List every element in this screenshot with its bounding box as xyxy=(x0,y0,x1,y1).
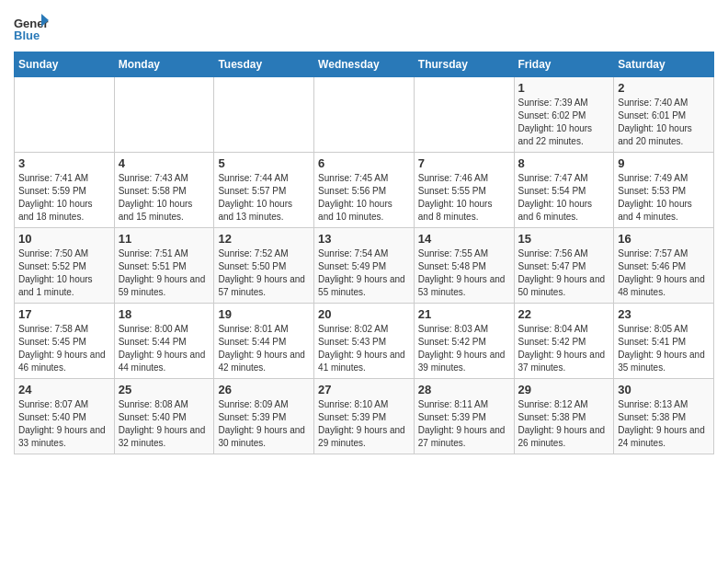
calendar-cell xyxy=(15,77,115,153)
day-number: 13 xyxy=(318,232,410,246)
day-number: 7 xyxy=(418,156,510,170)
day-info: Sunrise: 8:07 AM Sunset: 5:40 PM Dayligh… xyxy=(18,398,110,450)
day-info: Sunrise: 7:40 AM Sunset: 6:01 PM Dayligh… xyxy=(618,97,710,148)
calendar-cell: 15Sunrise: 7:56 AM Sunset: 5:47 PM Dayli… xyxy=(514,228,614,304)
calendar-cell: 30Sunrise: 8:13 AM Sunset: 5:38 PM Dayli… xyxy=(614,379,714,454)
weekday-header: Sunday xyxy=(15,52,115,77)
calendar-cell: 23Sunrise: 8:05 AM Sunset: 5:41 PM Dayli… xyxy=(614,304,714,379)
calendar-week-row: 3Sunrise: 7:41 AM Sunset: 5:59 PM Daylig… xyxy=(15,153,714,228)
weekday-header: Thursday xyxy=(414,52,514,77)
calendar-cell: 5Sunrise: 7:44 AM Sunset: 5:57 PM Daylig… xyxy=(214,153,314,228)
day-number: 2 xyxy=(618,81,710,95)
weekday-header-row: SundayMondayTuesdayWednesdayThursdayFrid… xyxy=(15,52,714,77)
day-info: Sunrise: 7:43 AM Sunset: 5:58 PM Dayligh… xyxy=(119,172,210,224)
day-info: Sunrise: 7:51 AM Sunset: 5:51 PM Dayligh… xyxy=(119,247,210,299)
day-info: Sunrise: 7:39 AM Sunset: 6:02 PM Dayligh… xyxy=(518,97,610,148)
day-number: 16 xyxy=(618,232,710,246)
header: General Blue xyxy=(14,9,714,44)
day-number: 24 xyxy=(18,383,110,396)
calendar-cell: 11Sunrise: 7:51 AM Sunset: 5:51 PM Dayli… xyxy=(114,228,214,304)
day-info: Sunrise: 7:56 AM Sunset: 5:47 PM Dayligh… xyxy=(518,247,610,299)
day-number: 3 xyxy=(18,156,110,170)
weekday-header: Tuesday xyxy=(214,52,314,77)
day-info: Sunrise: 7:45 AM Sunset: 5:56 PM Dayligh… xyxy=(318,172,410,224)
calendar-cell: 22Sunrise: 8:04 AM Sunset: 5:42 PM Dayli… xyxy=(514,304,614,379)
calendar-cell: 25Sunrise: 8:08 AM Sunset: 5:40 PM Dayli… xyxy=(114,379,214,454)
calendar-week-row: 24Sunrise: 8:07 AM Sunset: 5:40 PM Dayli… xyxy=(15,379,714,454)
calendar-cell: 17Sunrise: 7:58 AM Sunset: 5:45 PM Dayli… xyxy=(15,304,115,379)
day-number: 29 xyxy=(518,383,610,396)
calendar-cell: 4Sunrise: 7:43 AM Sunset: 5:58 PM Daylig… xyxy=(114,153,214,228)
day-info: Sunrise: 8:02 AM Sunset: 5:43 PM Dayligh… xyxy=(318,323,410,374)
day-number: 8 xyxy=(518,156,610,170)
calendar-cell: 26Sunrise: 8:09 AM Sunset: 5:39 PM Dayli… xyxy=(214,379,314,454)
calendar-cell: 21Sunrise: 8:03 AM Sunset: 5:42 PM Dayli… xyxy=(414,304,514,379)
day-number: 18 xyxy=(119,307,210,321)
day-number: 14 xyxy=(418,232,510,246)
calendar-table: SundayMondayTuesdayWednesdayThursdayFrid… xyxy=(14,52,714,454)
day-number: 15 xyxy=(518,232,610,246)
calendar-cell xyxy=(114,77,214,153)
day-number: 23 xyxy=(618,307,710,321)
day-number: 12 xyxy=(218,232,310,246)
weekday-header: Saturday xyxy=(614,52,714,77)
day-info: Sunrise: 8:12 AM Sunset: 5:38 PM Dayligh… xyxy=(518,398,610,450)
day-info: Sunrise: 7:55 AM Sunset: 5:48 PM Dayligh… xyxy=(418,247,510,299)
calendar-cell xyxy=(314,77,415,153)
calendar-week-row: 17Sunrise: 7:58 AM Sunset: 5:45 PM Dayli… xyxy=(15,304,714,379)
day-info: Sunrise: 7:47 AM Sunset: 5:54 PM Dayligh… xyxy=(518,172,610,224)
calendar-cell: 10Sunrise: 7:50 AM Sunset: 5:52 PM Dayli… xyxy=(15,228,115,304)
calendar-week-row: 10Sunrise: 7:50 AM Sunset: 5:52 PM Dayli… xyxy=(15,228,714,304)
weekday-header: Monday xyxy=(114,52,214,77)
day-number: 22 xyxy=(518,307,610,321)
day-number: 19 xyxy=(218,307,310,321)
calendar-cell: 19Sunrise: 8:01 AM Sunset: 5:44 PM Dayli… xyxy=(214,304,314,379)
calendar-cell: 27Sunrise: 8:10 AM Sunset: 5:39 PM Dayli… xyxy=(314,379,415,454)
calendar-cell: 20Sunrise: 8:02 AM Sunset: 5:43 PM Dayli… xyxy=(314,304,415,379)
day-info: Sunrise: 7:41 AM Sunset: 5:59 PM Dayligh… xyxy=(18,172,110,224)
day-info: Sunrise: 8:10 AM Sunset: 5:39 PM Dayligh… xyxy=(318,398,410,450)
calendar-cell: 14Sunrise: 7:55 AM Sunset: 5:48 PM Dayli… xyxy=(414,228,514,304)
day-info: Sunrise: 8:11 AM Sunset: 5:39 PM Dayligh… xyxy=(418,398,510,450)
calendar-cell: 8Sunrise: 7:47 AM Sunset: 5:54 PM Daylig… xyxy=(514,153,614,228)
calendar-cell: 18Sunrise: 8:00 AM Sunset: 5:44 PM Dayli… xyxy=(114,304,214,379)
weekday-header: Wednesday xyxy=(314,52,415,77)
day-number: 25 xyxy=(119,383,210,396)
day-info: Sunrise: 8:09 AM Sunset: 5:39 PM Dayligh… xyxy=(218,398,310,450)
day-number: 26 xyxy=(218,383,310,396)
page: General Blue SundayMondayTuesdayWednesda… xyxy=(0,0,728,464)
day-number: 20 xyxy=(318,307,410,321)
day-info: Sunrise: 8:00 AM Sunset: 5:44 PM Dayligh… xyxy=(119,323,210,374)
day-info: Sunrise: 7:57 AM Sunset: 5:46 PM Dayligh… xyxy=(618,247,710,299)
calendar-cell: 3Sunrise: 7:41 AM Sunset: 5:59 PM Daylig… xyxy=(15,153,115,228)
calendar-cell: 6Sunrise: 7:45 AM Sunset: 5:56 PM Daylig… xyxy=(314,153,415,228)
day-info: Sunrise: 8:05 AM Sunset: 5:41 PM Dayligh… xyxy=(618,323,710,374)
day-info: Sunrise: 8:13 AM Sunset: 5:38 PM Dayligh… xyxy=(618,398,710,450)
svg-text:Blue: Blue xyxy=(14,29,40,42)
calendar-cell: 28Sunrise: 8:11 AM Sunset: 5:39 PM Dayli… xyxy=(414,379,514,454)
day-info: Sunrise: 7:46 AM Sunset: 5:55 PM Dayligh… xyxy=(418,172,510,224)
logo: General Blue xyxy=(14,9,51,44)
calendar-cell: 1Sunrise: 7:39 AM Sunset: 6:02 PM Daylig… xyxy=(514,77,614,153)
calendar-cell: 13Sunrise: 7:54 AM Sunset: 5:49 PM Dayli… xyxy=(314,228,415,304)
weekday-header: Friday xyxy=(514,52,614,77)
day-number: 5 xyxy=(218,156,310,170)
calendar-week-row: 1Sunrise: 7:39 AM Sunset: 6:02 PM Daylig… xyxy=(15,77,714,153)
day-number: 30 xyxy=(618,383,710,396)
day-number: 21 xyxy=(418,307,510,321)
day-number: 1 xyxy=(518,81,610,95)
day-info: Sunrise: 8:08 AM Sunset: 5:40 PM Dayligh… xyxy=(119,398,210,450)
day-number: 4 xyxy=(119,156,210,170)
calendar-cell: 24Sunrise: 8:07 AM Sunset: 5:40 PM Dayli… xyxy=(15,379,115,454)
day-info: Sunrise: 8:01 AM Sunset: 5:44 PM Dayligh… xyxy=(218,323,310,374)
calendar-cell: 2Sunrise: 7:40 AM Sunset: 6:01 PM Daylig… xyxy=(614,77,714,153)
calendar-cell: 9Sunrise: 7:49 AM Sunset: 5:53 PM Daylig… xyxy=(614,153,714,228)
calendar-cell xyxy=(214,77,314,153)
day-info: Sunrise: 8:04 AM Sunset: 5:42 PM Dayligh… xyxy=(518,323,610,374)
logo-icon: General Blue xyxy=(14,9,49,44)
day-number: 17 xyxy=(18,307,110,321)
day-info: Sunrise: 7:50 AM Sunset: 5:52 PM Dayligh… xyxy=(18,247,110,299)
day-info: Sunrise: 8:03 AM Sunset: 5:42 PM Dayligh… xyxy=(418,323,510,374)
day-info: Sunrise: 7:58 AM Sunset: 5:45 PM Dayligh… xyxy=(18,323,110,374)
calendar-cell: 29Sunrise: 8:12 AM Sunset: 5:38 PM Dayli… xyxy=(514,379,614,454)
